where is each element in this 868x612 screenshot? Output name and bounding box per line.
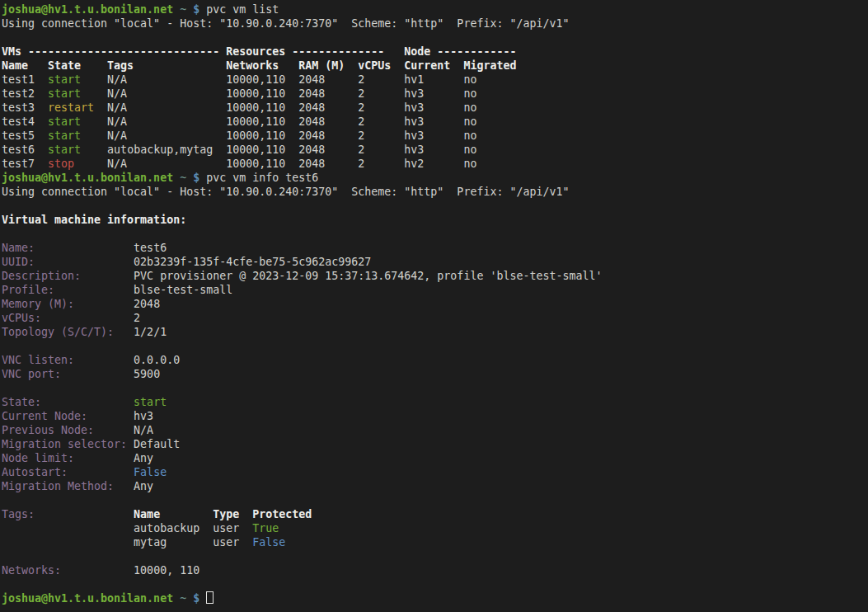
prompt-idle: joshua@hv1.t.u.bonilan.net ~ $	[2, 591, 868, 605]
info-field-previous-node: Previous Node: N/A	[2, 423, 868, 437]
vm-row-test4: test4 start N/A 10000,110 2048 2 hv3 no	[2, 115, 868, 129]
blank-line	[2, 339, 868, 353]
vm-row-test1: test1 start N/A 10000,110 2048 2 hv1 no	[2, 73, 868, 87]
tag-protected-value: True	[252, 522, 279, 534]
prompt-cwd: ~	[180, 3, 186, 16]
info-label: Topology (S/C/T):	[2, 326, 134, 338]
info-label: VNC listen:	[2, 354, 134, 366]
vm-row-test3: test3 restart N/A 10000,110 2048 2 hv3 n…	[2, 101, 868, 115]
vm-row-test2: test2 start N/A 10000,110 2048 2 hv3 no	[2, 87, 868, 101]
info-field-vcpus: vCPUs: 2	[2, 311, 868, 325]
prompt-cwd: ~	[180, 592, 186, 605]
info-field-uuid: UUID: 02b3239f-135f-4cfe-be75-5c962ac996…	[2, 255, 868, 269]
text-segment	[186, 592, 193, 605]
vm-state: start	[48, 73, 81, 86]
blank-line	[2, 227, 868, 241]
vm-row-values: N/A 10000,110 2048 2 hv3 no	[107, 115, 476, 128]
vm-state: stop	[48, 158, 74, 170]
prompt-user-host: joshua@hv1.t.u.bonilan.net	[2, 172, 173, 184]
info-field-name: Name: test6	[2, 241, 868, 255]
text-segment	[173, 172, 180, 184]
prompt-cwd: ~	[180, 172, 186, 184]
info-label: VNC port:	[2, 368, 134, 380]
prompt-command-vm-list: joshua@hv1.t.u.bonilan.net ~ $ pvc vm li…	[2, 2, 868, 16]
info-value: 2048	[134, 298, 160, 310]
info-field-node-limit: Node limit: Any	[2, 451, 868, 465]
info-label: Autostart:	[2, 466, 134, 478]
info-field-tags: Tags: Name Type Protected	[2, 507, 868, 521]
prompt-symbol: $	[193, 3, 199, 16]
info-field-memory-m: Memory (M): 2048	[2, 297, 868, 311]
tags-column-header: Name Type Protected	[134, 508, 312, 520]
prompt-symbol: $	[193, 172, 199, 184]
vm-name: test4	[2, 115, 48, 128]
blank-line	[2, 493, 868, 507]
blank-line	[2, 199, 868, 213]
blank-line	[2, 381, 868, 395]
info-label: Migration selector:	[2, 438, 134, 450]
info-label: Current Node:	[2, 410, 134, 422]
info-label: State:	[2, 396, 134, 408]
prompt-symbol: $	[193, 592, 199, 605]
info-label: Node limit:	[2, 452, 134, 464]
vm-name: test6	[2, 144, 48, 156]
connection-info-line: Using connection "local" - Host: "10.90.…	[2, 16, 868, 31]
vm-row-test6: test6 start autobackup,mytag 10000,110 2…	[2, 143, 868, 157]
text-segment	[199, 592, 206, 605]
info-value: 2	[134, 312, 140, 324]
info-label: Tags:	[2, 508, 134, 520]
info-label: Previous Node:	[2, 424, 134, 436]
text-segment	[186, 3, 193, 16]
vm-state: start	[48, 129, 81, 142]
tag-protected-value: False	[252, 536, 285, 548]
text-segment	[81, 87, 107, 100]
text-segment	[186, 172, 193, 184]
text-segment	[81, 73, 107, 86]
vm-row-values: autobackup,mytag 10000,110 2048 2 hv3 no	[107, 144, 476, 156]
text-segment	[81, 129, 107, 142]
text-segment	[173, 3, 180, 16]
command-text: pvc vm info test6	[199, 172, 318, 184]
info-field-vnc-port: VNC port: 5900	[2, 367, 868, 381]
blank-line	[2, 31, 868, 45]
info-value: PVC provisioner @ 2023-12-09 15:37:13.67…	[134, 270, 602, 282]
info-field-vnc-listen: VNC listen: 0.0.0.0	[2, 353, 868, 367]
tag-row-mytag: mytag user False	[2, 535, 868, 549]
info-value: 5900	[134, 368, 160, 380]
text-segment	[173, 592, 180, 605]
vm-table-section-header: VMs ----------------------------- Resour…	[2, 45, 868, 59]
vm-table-column-header: Name State Tags Networks RAM (M) vCPUs C…	[2, 59, 868, 73]
vm-state: start	[48, 115, 81, 128]
vm-name: test7	[2, 158, 48, 170]
info-value: blse-test-small	[134, 284, 232, 296]
text-segment: VMs ----------------------------- Resour…	[2, 45, 516, 58]
vm-state: restart	[48, 101, 94, 114]
info-label: Migration Method:	[2, 480, 134, 492]
vm-state: start	[48, 144, 81, 156]
info-value: test6	[134, 242, 167, 254]
info-label: vCPUs:	[2, 312, 134, 324]
info-label: Description:	[2, 270, 134, 282]
tag-name-type: autobackup user	[134, 522, 252, 534]
info-value: start	[134, 396, 167, 408]
connection-info-line: Using connection "local" - Host: "10.90.…	[2, 185, 868, 199]
text-segment: Virtual machine information:	[2, 214, 186, 226]
prompt-user-host: joshua@hv1.t.u.bonilan.net	[2, 3, 173, 16]
info-field-networks: Networks: 10000, 110	[2, 563, 868, 577]
prompt-command-vm-info: joshua@hv1.t.u.bonilan.net ~ $ pvc vm in…	[2, 171, 868, 185]
info-label: Name:	[2, 242, 134, 254]
info-value: 1/2/1	[134, 326, 167, 338]
info-value: Any	[134, 452, 153, 464]
terminal-screen[interactable]: joshua@hv1.t.u.bonilan.net ~ $ pvc vm li…	[0, 0, 868, 612]
command-text: pvc vm list	[199, 3, 279, 16]
text-segment	[2, 522, 134, 534]
vm-row-values: N/A 10000,110 2048 2 hv3 no	[107, 129, 476, 142]
info-field-profile: Profile: blse-test-small	[2, 283, 868, 297]
info-value: Any	[134, 480, 153, 492]
text-segment: Using connection "local" - Host: "10.90.…	[2, 17, 569, 30]
blank-line	[2, 577, 868, 591]
info-field-migration-method: Migration Method: Any	[2, 479, 868, 493]
info-value: 10000, 110	[134, 564, 199, 577]
info-field-state: State: start	[2, 395, 868, 409]
text-segment: Using connection "local" - Host: "10.90.…	[2, 186, 569, 198]
